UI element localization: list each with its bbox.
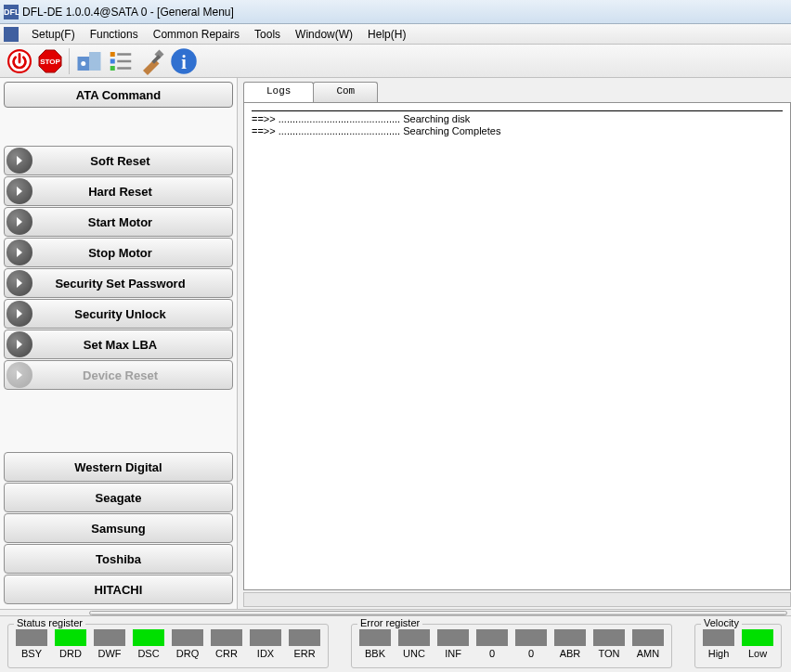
command-security-set-password[interactable]: Security Set Password	[4, 268, 233, 298]
error-bit-label: TON	[598, 648, 619, 659]
command-label: Device Reset	[34, 368, 232, 382]
command-hard-reset[interactable]: Hard Reset	[4, 176, 233, 206]
status-bit-idx: IDX	[250, 629, 281, 659]
status-bit-label: DRD	[59, 648, 82, 659]
error-bit-abr: ABR	[554, 629, 586, 659]
status-bit-indicator	[94, 629, 125, 646]
window-title: DFL-DE 1.0.0.4@SATA 0 - [General Menu]	[22, 6, 234, 19]
error-bit-0: 0	[515, 629, 547, 659]
command-soft-reset[interactable]: Soft Reset	[4, 146, 233, 175]
error-bit-label: AMN	[637, 648, 659, 659]
status-bit-drq: DRQ	[172, 629, 203, 659]
menu-tools[interactable]: Tools	[247, 25, 288, 44]
toolbar: STOP i	[0, 45, 791, 78]
ata-command-label: ATA Command	[76, 88, 161, 102]
status-bit-err: ERR	[289, 629, 320, 659]
settings-tool-button[interactable]	[138, 47, 166, 75]
status-bit-indicator	[133, 629, 164, 646]
log-area[interactable]: ==>> ...................................…	[243, 102, 791, 590]
status-bit-dwf: DWF	[94, 629, 125, 659]
disk-icon	[75, 47, 103, 75]
tab-logs[interactable]: Logs	[243, 82, 314, 102]
arrow-right-icon	[6, 331, 32, 357]
svg-rect-6	[110, 52, 115, 57]
ata-command-button[interactable]: ATA Command	[4, 82, 233, 108]
error-bit-indicator	[437, 629, 469, 646]
status-bit-indicator	[172, 629, 203, 646]
error-bit-indicator	[398, 629, 430, 646]
command-label: Security Unlock	[34, 307, 232, 321]
log-line: ==>> ...................................…	[252, 125, 783, 137]
command-set-max-lba[interactable]: Set Max LBA	[4, 330, 233, 359]
status-register-group: Status register BSYDRDDWFDSCDRQCRRIDXERR	[7, 624, 329, 668]
status-bit-drd: DRD	[55, 629, 86, 659]
power-icon	[7, 49, 32, 73]
vendor-seagate[interactable]: Seagate	[4, 483, 233, 512]
log-line: ==>> ...................................…	[252, 113, 783, 125]
vendor-western-digital[interactable]: Western Digital	[4, 452, 233, 482]
status-bit-label: BSY	[21, 648, 42, 659]
velocity-bit-label: Low	[748, 648, 767, 659]
power-button[interactable]	[6, 47, 33, 75]
info-icon: i	[170, 47, 198, 75]
vendor-toshiba[interactable]: Toshiba	[4, 544, 233, 574]
command-stop-motor[interactable]: Stop Motor	[4, 238, 233, 267]
titlebar: DFL DFL-DE 1.0.0.4@SATA 0 - [General Men…	[0, 0, 791, 24]
svg-rect-4	[89, 52, 101, 71]
status-bit-dsc: DSC	[133, 629, 164, 659]
horizontal-scrollbar[interactable]	[243, 592, 791, 607]
vendor-samsung[interactable]: Samsung	[4, 513, 233, 543]
menu-window[interactable]: Window(W)	[288, 25, 360, 44]
right-panel: Logs Com ==>> ..........................…	[238, 78, 791, 609]
left-panel: ATA Command Soft ResetHard ResetStart Mo…	[0, 78, 238, 609]
svg-rect-8	[110, 66, 115, 71]
svg-text:STOP: STOP	[40, 58, 60, 66]
menu-setup[interactable]: Setup(F)	[24, 25, 83, 44]
arrow-right-icon	[6, 178, 32, 204]
error-bit-indicator	[632, 629, 664, 646]
arrow-right-icon	[6, 209, 32, 235]
error-bit-unc: UNC	[398, 629, 430, 659]
error-bit-label: BBK	[365, 648, 385, 659]
vendor-list: Western DigitalSeagateSamsungToshibaHITA…	[0, 451, 237, 605]
status-register-label: Status register	[14, 617, 85, 628]
status-bit-label: CRR	[215, 648, 238, 659]
menu-help[interactable]: Help(H)	[360, 25, 413, 44]
vendor-hitachi[interactable]: HITACHI	[4, 575, 233, 604]
menu-common-repairs[interactable]: Common Repairs	[146, 25, 247, 44]
separator-handle[interactable]	[89, 611, 787, 615]
status-bit-crr: CRR	[211, 629, 242, 659]
velocity-bit-low: Low	[742, 629, 773, 659]
status-bit-indicator	[250, 629, 281, 646]
error-bit-0: 0	[476, 629, 508, 659]
status-bit-indicator	[55, 629, 86, 646]
error-bit-indicator	[515, 629, 547, 646]
info-tool-button[interactable]: i	[170, 47, 198, 75]
error-bit-label: INF	[445, 648, 461, 659]
tab-com[interactable]: Com	[313, 82, 378, 102]
separator	[0, 609, 791, 616]
command-start-motor[interactable]: Start Motor	[4, 207, 233, 237]
menubar: Setup(F) Functions Common Repairs Tools …	[0, 24, 791, 45]
command-list: Soft ResetHard ResetStart MotorStop Moto…	[0, 145, 237, 391]
status-bit-label: DWF	[97, 648, 121, 659]
command-label: Soft Reset	[34, 154, 232, 168]
svg-rect-7	[110, 58, 115, 63]
velocity-bit-indicator	[703, 629, 734, 646]
stop-button[interactable]: STOP	[37, 48, 63, 74]
list-tool-button[interactable]	[107, 47, 135, 75]
error-bit-indicator	[593, 629, 625, 646]
stop-icon: STOP	[37, 48, 63, 74]
status-bit-indicator	[211, 629, 242, 646]
velocity-label: Velocity	[701, 617, 742, 628]
error-bit-bbk: BBK	[359, 629, 391, 659]
svg-text:i: i	[181, 51, 187, 71]
list-icon	[107, 47, 135, 75]
disk-tool-button[interactable]	[75, 47, 103, 75]
error-bit-label: 0	[528, 648, 534, 659]
command-security-unlock[interactable]: Security Unlock	[4, 299, 233, 329]
error-bit-label: UNC	[403, 648, 425, 659]
menu-functions[interactable]: Functions	[83, 25, 146, 44]
menubar-icon	[4, 27, 19, 42]
status-bit-indicator	[289, 629, 320, 646]
